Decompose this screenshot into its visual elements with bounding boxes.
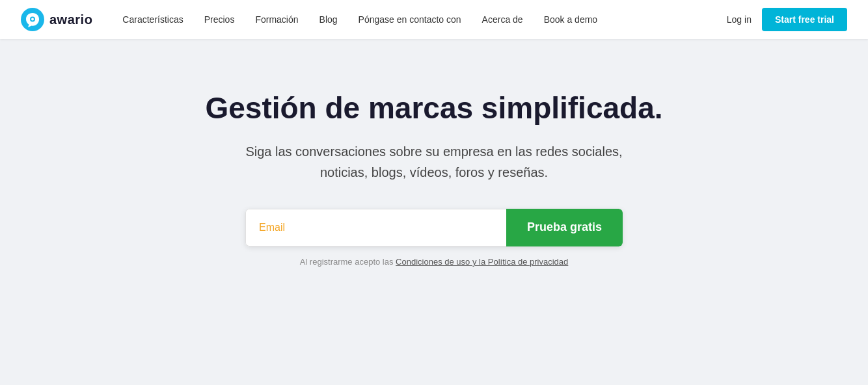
- nav-formacion[interactable]: Formación: [246, 9, 307, 30]
- email-input[interactable]: [245, 209, 506, 246]
- disclaimer-link[interactable]: Condiciones de uso y la Política de priv…: [396, 257, 568, 267]
- logo-text: awario: [49, 12, 92, 27]
- nav-contact[interactable]: Póngase en contacto con: [349, 9, 470, 30]
- prueba-gratis-button[interactable]: Prueba gratis: [506, 209, 623, 246]
- nav-blog[interactable]: Blog: [310, 9, 347, 30]
- nav-caracteristicas[interactable]: Características: [113, 9, 192, 30]
- navbar-actions: Log in Start free trial: [727, 8, 847, 31]
- nav-book-demo[interactable]: Book a demo: [535, 9, 607, 30]
- logo-link[interactable]: awario: [21, 8, 92, 31]
- svg-point-2: [31, 18, 34, 21]
- navbar: awario Características Precios Formación…: [0, 0, 868, 39]
- hero-subtitle: Siga las conversaciones sobre su empresa…: [245, 141, 622, 183]
- login-link[interactable]: Log in: [727, 14, 752, 25]
- start-trial-button[interactable]: Start free trial: [762, 8, 847, 31]
- nav-about[interactable]: Acerca de: [473, 9, 532, 30]
- hero-disclaimer: Al registrarme acepto las Condiciones de…: [300, 257, 569, 267]
- hero-section: Gestión de marcas simplificada. Siga las…: [0, 39, 868, 306]
- hero-title: Gestión de marcas simplificada.: [205, 91, 662, 126]
- hero-form: Prueba gratis: [245, 209, 623, 246]
- navbar-nav: Características Precios Formación Blog P…: [113, 9, 726, 30]
- awario-logo-icon: [21, 8, 44, 31]
- nav-precios[interactable]: Precios: [195, 9, 244, 30]
